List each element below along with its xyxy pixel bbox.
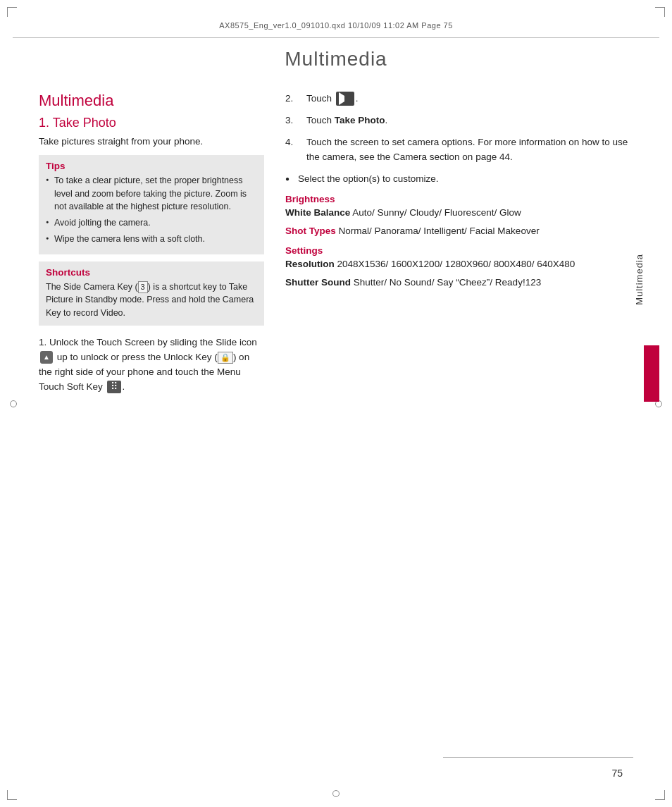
shortcuts-box: Shortcuts The Side Camera Key (3) is a s… xyxy=(39,261,264,326)
bullet-select-text: Select the option(s) to customize. xyxy=(298,173,439,184)
menu-touch-soft-key-icon xyxy=(107,381,121,393)
page-number: 75 xyxy=(611,768,623,779)
step-1-number: 1. xyxy=(39,337,49,347)
step-4: 4. Touch the screen to set camera option… xyxy=(285,135,633,165)
shortcuts-title: Shortcuts xyxy=(46,267,257,278)
slide-up-icon xyxy=(40,351,53,364)
step-4-number: 4. xyxy=(285,135,306,150)
step-4-content: Touch the screen to set camera options. … xyxy=(306,135,633,165)
page-title: Multimedia xyxy=(0,48,672,70)
tips-item-1: To take a clear picture, set the proper … xyxy=(46,174,257,214)
tips-item-2: Avoid jolting the camera. xyxy=(46,216,257,230)
step-2: 2. Touch . xyxy=(285,92,633,106)
step-1: 1. Unlock the Touch Screen by sliding th… xyxy=(39,335,264,395)
registration-circle-left xyxy=(10,400,17,407)
tips-box: Tips To take a clear picture, set the pr… xyxy=(39,155,264,254)
step-3-content: Touch Take Photo. xyxy=(306,113,633,128)
multimedia-icon xyxy=(336,92,354,106)
resolution-text: 2048X1536/ 1600X1200/ 1280X960/ 800X480/… xyxy=(335,259,575,269)
sidebar-label: Multimedia xyxy=(634,254,654,305)
tips-title: Tips xyxy=(46,161,257,171)
step-3-number: 3. xyxy=(285,113,306,128)
bullet-select: Select the option(s) to customize. xyxy=(285,172,633,187)
shot-types-text: Normal/ Panorama/ Intelligent/ Facial Ma… xyxy=(336,226,540,236)
corner-mark-bl xyxy=(7,790,17,800)
left-column: Multimedia 1. Take Photo Take pictures s… xyxy=(39,92,264,765)
shortcuts-text: The Side Camera Key (3) is a shortcut ke… xyxy=(46,281,257,320)
resolution-label: Resolution xyxy=(285,259,335,269)
subsection-title: 1. Take Photo xyxy=(39,116,264,130)
header-text: AX8575_Eng_ver1.0_091010.qxd 10/10/09 11… xyxy=(219,21,453,30)
white-balance-label: White Balance xyxy=(285,207,350,218)
step-3: 3. Touch Take Photo. xyxy=(285,113,633,128)
shutter-sound-line: Shutter Sound Shutter/ No Sound/ Say “Ch… xyxy=(285,276,633,290)
right-column: 2. Touch . 3. Touch Take Photo. 4. Touch… xyxy=(285,92,633,765)
main-section-title: Multimedia xyxy=(39,92,264,110)
tips-item-3: Wipe the camera lens with a soft cloth. xyxy=(46,233,257,246)
step-2-number: 2. xyxy=(285,92,306,106)
white-balance-text: Auto/ Sunny/ Cloudy/ Fluorescent/ Glow xyxy=(350,207,521,218)
unlock-key-icon: 🔒 xyxy=(218,352,233,364)
brightness-heading: Brightness xyxy=(285,194,633,204)
shutter-sound-text: Shutter/ No Sound/ Say “Cheez”/ Ready!12… xyxy=(351,277,541,288)
registration-circle-bottom xyxy=(332,790,340,797)
sidebar-bar xyxy=(644,345,659,402)
page-header: AX8575_Eng_ver1.0_091010.qxd 10/10/09 11… xyxy=(13,13,659,38)
corner-mark-br xyxy=(655,790,665,800)
white-balance-line: White Balance Auto/ Sunny/ Cloudy/ Fluor… xyxy=(285,206,633,220)
shutter-sound-label: Shutter Sound xyxy=(285,277,351,288)
camera-key-icon: 3 xyxy=(138,281,148,293)
step-2-content: Touch . xyxy=(306,92,633,106)
resolution-line: Resolution 2048X1536/ 1600X1200/ 1280X96… xyxy=(285,257,633,271)
shot-types-label: Shot Types xyxy=(285,226,336,236)
take-photo-bold: Take Photo xyxy=(335,115,385,125)
shot-types-line: Shot Types Normal/ Panorama/ Intelligent… xyxy=(285,224,633,238)
page-title-area: Multimedia xyxy=(0,48,672,70)
content-area: Multimedia 1. Take Photo Take pictures s… xyxy=(39,92,633,765)
intro-text: Take pictures straight from your phone. xyxy=(39,135,264,149)
settings-heading: Settings xyxy=(285,245,633,256)
